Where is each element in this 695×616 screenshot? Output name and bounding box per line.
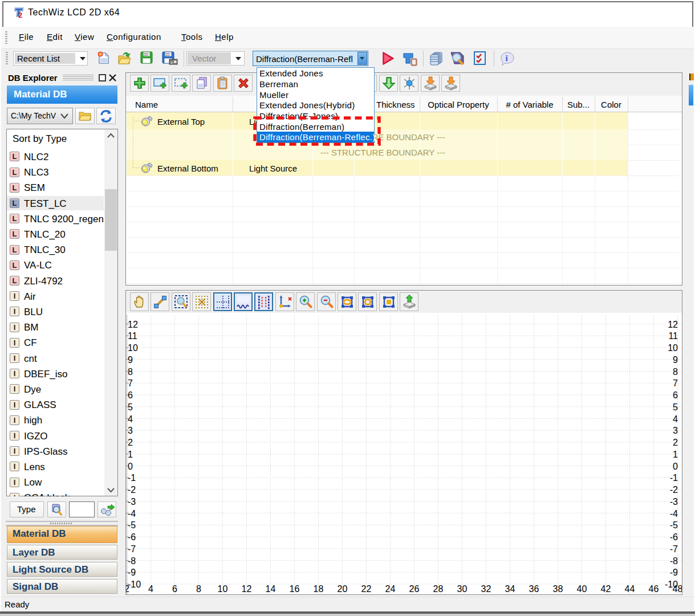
svg-text:6: 6 bbox=[673, 390, 678, 400]
svg-text:11: 11 bbox=[128, 331, 137, 341]
svg-text:-7: -7 bbox=[128, 544, 136, 554]
svg-text:-4: -4 bbox=[128, 509, 136, 519]
svg-text:5: 5 bbox=[128, 402, 133, 412]
svg-text:26: 26 bbox=[409, 584, 420, 594]
svg-text:22: 22 bbox=[361, 584, 372, 594]
svg-text:11: 11 bbox=[668, 331, 678, 341]
svg-text:42: 42 bbox=[601, 584, 611, 594]
svg-text:12: 12 bbox=[242, 584, 252, 594]
svg-text:-7: -7 bbox=[670, 544, 678, 554]
svg-text:0: 0 bbox=[673, 462, 678, 471]
svg-text:16: 16 bbox=[290, 584, 300, 594]
svg-text:6: 6 bbox=[172, 584, 177, 594]
svg-text:4: 4 bbox=[148, 584, 153, 594]
svg-text:-1: -1 bbox=[128, 473, 136, 483]
svg-text:7: 7 bbox=[128, 378, 133, 388]
svg-text:10: 10 bbox=[128, 343, 138, 353]
svg-text:2: 2 bbox=[673, 438, 678, 447]
svg-text:14: 14 bbox=[266, 584, 276, 594]
svg-text:8: 8 bbox=[196, 584, 201, 594]
svg-text:-8: -8 bbox=[670, 556, 678, 566]
svg-text:32: 32 bbox=[481, 584, 491, 594]
svg-text:-2: -2 bbox=[670, 485, 678, 495]
svg-text:-6: -6 bbox=[128, 532, 136, 542]
svg-text:6: 6 bbox=[128, 390, 133, 400]
svg-text:7: 7 bbox=[673, 378, 678, 388]
svg-text:18: 18 bbox=[314, 584, 324, 594]
svg-text:-3: -3 bbox=[128, 497, 136, 507]
svg-text:9: 9 bbox=[128, 355, 133, 365]
svg-text:-6: -6 bbox=[670, 532, 678, 542]
svg-text:30: 30 bbox=[457, 584, 468, 594]
svg-text:1: 1 bbox=[673, 450, 678, 459]
svg-text:24: 24 bbox=[385, 584, 396, 594]
svg-text:-1: -1 bbox=[670, 473, 678, 483]
svg-text:-4: -4 bbox=[670, 509, 678, 519]
svg-text:38: 38 bbox=[553, 584, 563, 594]
svg-text:-2: -2 bbox=[128, 485, 136, 495]
svg-text:10: 10 bbox=[218, 584, 228, 594]
svg-text:48: 48 bbox=[673, 584, 682, 594]
svg-text:-5: -5 bbox=[128, 520, 136, 530]
svg-text:12: 12 bbox=[668, 320, 678, 329]
svg-text:-10: -10 bbox=[128, 580, 141, 589]
svg-text:9: 9 bbox=[673, 355, 678, 365]
svg-text:44: 44 bbox=[625, 584, 635, 594]
svg-text:12: 12 bbox=[128, 320, 138, 329]
svg-text:2: 2 bbox=[18, 11, 22, 18]
svg-text:4: 4 bbox=[128, 414, 133, 424]
svg-text:-9: -9 bbox=[128, 568, 136, 577]
svg-text:4: 4 bbox=[673, 414, 678, 424]
svg-text:2: 2 bbox=[128, 438, 133, 447]
svg-text:1: 1 bbox=[128, 450, 133, 459]
svg-text:28: 28 bbox=[433, 584, 444, 594]
svg-text:x: x bbox=[170, 60, 173, 65]
svg-text:8: 8 bbox=[673, 367, 678, 377]
svg-text:34: 34 bbox=[505, 584, 515, 594]
svg-text:46: 46 bbox=[649, 584, 659, 594]
svg-text:2: 2 bbox=[126, 584, 129, 594]
svg-text:i: i bbox=[506, 54, 508, 63]
svg-text:8: 8 bbox=[128, 367, 133, 377]
svg-text:5: 5 bbox=[673, 402, 678, 412]
svg-text:20: 20 bbox=[338, 584, 348, 594]
svg-text:36: 36 bbox=[529, 584, 539, 594]
svg-text:10: 10 bbox=[668, 343, 678, 353]
svg-text:3: 3 bbox=[128, 426, 133, 435]
svg-text:3: 3 bbox=[673, 426, 678, 435]
svg-text:0: 0 bbox=[128, 462, 133, 471]
svg-text:-8: -8 bbox=[128, 556, 136, 566]
svg-text:-3: -3 bbox=[670, 497, 678, 507]
svg-text:40: 40 bbox=[577, 584, 587, 594]
svg-text:-5: -5 bbox=[670, 520, 678, 530]
svg-text:-9: -9 bbox=[670, 568, 678, 577]
